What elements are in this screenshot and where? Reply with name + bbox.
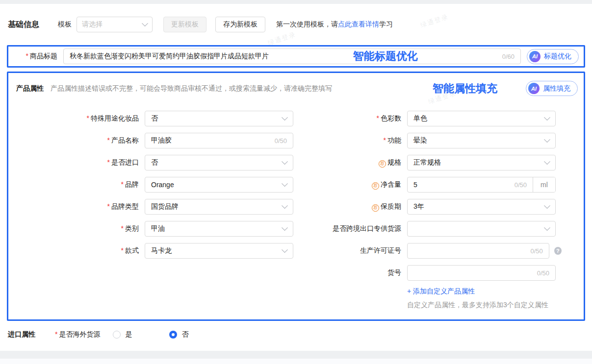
import-attributes-title: 进口属性 — [8, 330, 35, 339]
required-asterisk: * — [55, 330, 57, 338]
select-value: 甲油 — [151, 224, 165, 233]
select-value: Orange — [151, 181, 174, 189]
field-row: 是否跨境出口专供货源 — [309, 221, 562, 237]
field-label: 品牌类型 — [111, 202, 139, 210]
chevron-down-icon — [544, 114, 550, 121]
field-label: 商品标题 — [30, 52, 57, 60]
custom-attribute-hint: 自定义产品属性，最多支持添加3个自定义属性 — [407, 301, 562, 310]
update-template-button[interactable]: 更新模板 — [163, 17, 206, 32]
ai-icon: AI — [528, 83, 540, 94]
product-title-input[interactable]: 秋冬新款蓝色渐变闪粉美甲可爱简约甲油胶假指甲片成品短款甲片 智能标题优化 0/6… — [63, 49, 521, 64]
attributes-title: 产品属性 — [16, 84, 44, 93]
chevron-down-icon — [282, 114, 288, 121]
select-value: 单色 — [413, 114, 427, 123]
function-select[interactable]: 晕染 — [407, 133, 556, 148]
field-label: 功能 — [387, 136, 401, 144]
ai-icon: AI — [529, 51, 541, 62]
required-asterisk: * — [107, 136, 110, 144]
shelf-life-select[interactable]: 3年 — [407, 199, 556, 215]
char-counter: 0/50 — [537, 269, 549, 277]
page-title: 基础信息 — [8, 20, 39, 30]
required-asterisk: * — [87, 114, 89, 122]
template-label: 模板 — [58, 20, 72, 29]
field-row: 荐保质期 3年 — [309, 199, 562, 215]
field-label: 保质期 — [381, 202, 401, 210]
required-asterisk: * — [26, 52, 28, 60]
field-label: 是否进口 — [111, 158, 139, 166]
field-label: 净含量 — [381, 180, 401, 188]
category-select[interactable]: 甲油 — [145, 221, 293, 237]
field-label: 货号 — [387, 268, 401, 276]
chevron-down-icon — [544, 224, 550, 231]
is-imported-select[interactable]: 否 — [145, 155, 293, 170]
field-row: *类别 甲油 — [66, 221, 293, 237]
help-question-icon[interactable]: ? — [554, 247, 562, 255]
template-select[interactable]: 请选择 — [77, 17, 153, 32]
field-row: 生产许可证号 0/50 ? — [309, 243, 562, 259]
overseas-supply-label: *是否海外货源 — [55, 330, 113, 339]
ai-title-optimize-button[interactable]: AI 标题优化 — [527, 49, 579, 64]
field-label: 色彩数 — [381, 114, 401, 122]
field-row: *特殊用途化妆品 否 — [66, 111, 293, 126]
spec-select[interactable]: 正常规格 — [407, 155, 556, 170]
radio-unchecked-icon[interactable] — [113, 331, 121, 339]
ai-button-label: 标题优化 — [544, 52, 571, 61]
brand-type-select[interactable]: 国货品牌 — [145, 199, 293, 215]
next-card-edge — [0, 359, 592, 364]
color-count-select[interactable]: 单色 — [407, 111, 556, 126]
field-row: *功能 晕染 — [309, 133, 562, 148]
page-background-gap — [0, 351, 592, 359]
field-row: *色彩数 单色 — [309, 111, 562, 126]
item-number-input[interactable]: 0/50 — [407, 265, 556, 281]
required-asterisk: * — [377, 114, 379, 122]
cross-border-supply-select[interactable] — [407, 221, 556, 237]
field-row: 货号 0/50 — [309, 265, 562, 281]
required-asterisk: * — [121, 180, 124, 188]
chevron-down-icon — [544, 202, 550, 209]
save-as-template-button[interactable]: 存为新模板 — [215, 17, 265, 32]
radio-label: 是 — [125, 330, 132, 339]
chevron-down-icon — [544, 136, 550, 143]
radio-option-no[interactable]: 否 — [169, 330, 188, 339]
help-details-link[interactable]: 点此查看详情 — [338, 20, 379, 28]
select-value: 否 — [151, 158, 158, 167]
required-asterisk: * — [107, 158, 110, 166]
field-label: 类别 — [125, 224, 139, 232]
special-use-cosmetics-select[interactable]: 否 — [145, 111, 293, 126]
select-value: 晕染 — [413, 136, 427, 145]
input-value: 5 — [413, 181, 417, 189]
required-asterisk: * — [121, 224, 124, 232]
field-row: *是否进口 否 — [66, 155, 293, 170]
select-value: 国货品牌 — [151, 202, 179, 211]
field-label: 特殊用途化妆品 — [91, 114, 139, 122]
input-value: 甲油胶 — [151, 136, 172, 145]
chevron-down-icon — [282, 158, 288, 165]
smart-attributes-overlay: 智能属性填充 — [433, 83, 497, 94]
basic-info-card: 绿通登录 绿通登录 绿通登录 基础信息 模板 请选择 更新模板 存为新模板 第一… — [0, 4, 592, 351]
field-row: *款式 马卡龙 — [66, 243, 293, 259]
chevron-down-icon — [282, 180, 288, 187]
production-license-input[interactable]: 0/50 — [407, 243, 549, 259]
field-row: 荐规格 正常规格 — [309, 155, 562, 170]
attributes-hint: 产品属性描述错误或不完整，可能会导致商品审核不通过，或搜索流量减少，请准确完整填… — [51, 84, 332, 93]
net-content-input[interactable]: 50/50 ml — [407, 177, 556, 193]
required-asterisk: * — [121, 246, 124, 254]
product-title-label: *商品标题 — [8, 52, 63, 61]
select-value: 正常规格 — [413, 158, 441, 167]
brand-select[interactable]: Orange — [145, 177, 293, 193]
product-attributes-section: 产品属性 产品属性描述错误或不完整，可能会导致商品审核不通过，或搜索流量减少，请… — [7, 72, 585, 321]
field-label: 品牌 — [125, 180, 139, 188]
attributes-right-column: *色彩数 单色 *功能 晕染 荐规格 正常规格 荐净含量 50/50 ml — [309, 111, 562, 310]
radio-option-yes[interactable]: 是 — [113, 330, 132, 339]
style-select[interactable]: 马卡龙 — [145, 243, 293, 259]
chevron-down-icon — [282, 246, 288, 253]
chevron-down-icon — [544, 158, 550, 165]
product-name-input[interactable]: 甲油胶0/50 — [145, 133, 293, 148]
field-label: 规格 — [387, 158, 401, 166]
add-custom-attribute-link[interactable]: + 添加自定义产品属性 — [407, 287, 562, 296]
select-value: 马卡龙 — [151, 246, 172, 255]
field-row: *品牌类型 国货品牌 — [66, 199, 293, 215]
required-asterisk: * — [384, 136, 386, 144]
ai-attributes-fill-button[interactable]: AI 属性填充 — [526, 81, 578, 96]
radio-checked-icon[interactable] — [169, 331, 177, 339]
